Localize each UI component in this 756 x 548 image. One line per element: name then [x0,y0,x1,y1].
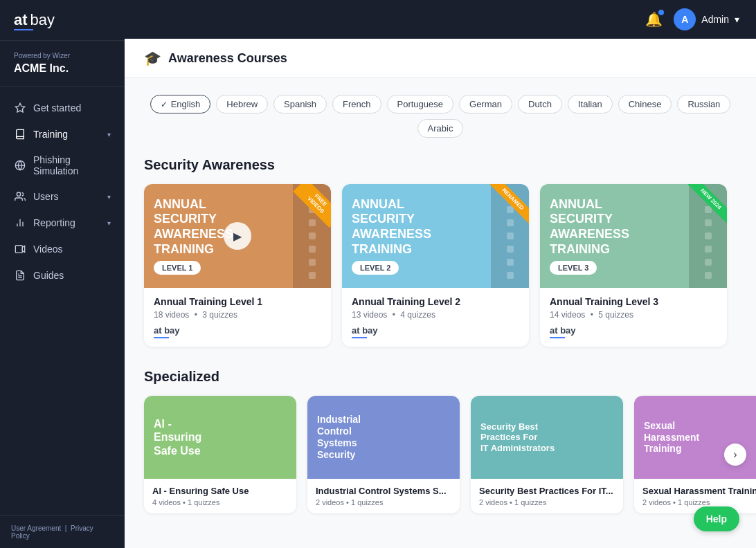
videos-count-level2: 13 videos [352,310,387,320]
lang-dutch[interactable]: Dutch [518,95,562,113]
course-name-level2: Annual Training Level 2 [352,296,519,307]
spec-meta-ics: 2 videos • 1 quizzes [316,498,451,506]
spec-card-ics[interactable]: IndustrialControlSystemsSecurity Industr… [307,396,460,513]
sidebar-item-phishing[interactable]: Phishing Simulation [0,147,125,183]
sidebar-item-users-label: Users [33,191,59,202]
course-name-level3: Annual Training Level 3 [550,296,717,307]
svg-marker-0 [15,103,24,112]
lang-hebrew[interactable]: Hebrew [216,95,268,113]
sidebar-item-videos[interactable]: Videos [0,236,125,262]
sidebar-item-training-label: Training [33,129,68,140]
lang-french-label: French [343,99,370,109]
sidebar-item-phishing-label: Phishing Simulation [33,154,111,176]
lang-arabic-label: Arabic [428,123,453,134]
spec-card-ai[interactable]: AI -EnsuringSafe Use AI - Ensuring Safe … [144,396,296,513]
course-card-level3[interactable]: AnnualSecurityAwarenessTraining LEVEL 3 … [540,184,727,347]
user-agreement-link[interactable]: User Agreement [11,524,61,532]
spec-title-ics: Industrial Control Systems S... [316,486,451,496]
course-level-badge-1: LEVEL 1 [154,261,201,275]
star-icon [14,102,26,114]
lang-dutch-label: Dutch [528,99,552,109]
content-area: ✓ English Hebrew Spanish French Portugue… [125,78,756,548]
spec-thumb-ai: AI -EnsuringSafe Use [144,396,296,479]
sidebar-logo: at bay [0,0,125,41]
course-title-level2: AnnualSecurityAwarenessTraining [352,197,431,257]
lang-arabic[interactable]: Arabic [417,119,464,138]
ics-videos: 2 videos [316,498,344,506]
course-level-badge-2: LEVEL 2 [352,261,399,275]
notification-bell[interactable]: 🔔 [645,11,663,28]
specialized-title: Specialized [144,369,737,385]
lang-chinese[interactable]: Chinese [618,95,672,113]
lang-hebrew-label: Hebrew [226,99,258,109]
lang-russian[interactable]: Russian [677,95,730,113]
chart-icon [14,217,26,229]
specialized-section: AI -EnsuringSafe Use AI - Ensuring Safe … [144,396,737,513]
sidebar-item-reporting[interactable]: Reporting ▾ [0,210,125,236]
user-menu[interactable]: A Admin ▾ [674,8,739,30]
harassment-quizzes: 1 quizzes [678,498,710,506]
atbay-logo-level2: at bay [352,325,519,338]
lang-spanish[interactable]: Spanish [273,95,327,113]
lang-german[interactable]: German [459,95,512,113]
spec-info-ics: Industrial Control Systems S... 2 videos… [307,479,460,513]
sidebar-item-training[interactable]: Training ▾ [0,121,125,147]
dot-sep-1: • [195,310,197,320]
lang-portuguese[interactable]: Portuguese [387,95,454,113]
quizzes-count-level2: 4 quizzes [400,310,435,320]
spec-meta-harassment: 2 videos • 1 quizzes [642,498,756,506]
secbp-quizzes: 1 quizzes [514,498,546,506]
guide-icon [14,269,26,282]
users-icon [14,190,26,203]
sidebar-item-get-started-label: Get started [33,102,81,113]
courses-icon: 🎓 [144,50,161,66]
security-awareness-title: Security Awareness [144,157,737,173]
lang-spanish-label: Spanish [284,99,316,109]
book-icon [14,128,26,140]
sidebar-footer: User Agreement | Privacy Policy [0,515,125,548]
spec-card-secbp[interactable]: Security BestPractices ForIT Administrat… [471,396,623,513]
spec-info-secbp: Security Best Practices For IT... 2 vide… [471,479,623,513]
sidebar-item-guides-label: Guides [33,270,64,281]
help-button[interactable]: Help [694,506,739,531]
language-filter: ✓ English Hebrew Spanish French Portugue… [144,95,737,138]
sidebar-item-get-started[interactable]: Get started [0,95,125,121]
course-card-level2[interactable]: AnnualSecurityAwarenessTraining LEVEL 2 … [342,184,529,347]
main-content: 🔔 A Admin ▾ 🎓 Awareness Courses ✓ Englis… [125,0,756,548]
play-button-level1[interactable]: ▶ [224,222,251,250]
free-videos-badge: FREEVIDEOS [281,184,331,234]
sidebar-item-reporting-label: Reporting [33,217,75,228]
svg-marker-8 [22,246,24,252]
spec-title-secbp: Security Best Practices For IT... [479,486,615,496]
lang-german-label: German [469,99,502,109]
course-meta-level3: 14 videos • 5 quizzes [550,310,717,320]
atbay-logo-level1: at bay [154,325,321,338]
lang-italian[interactable]: Italian [568,95,613,113]
user-menu-chevron: ▾ [735,14,739,25]
check-icon: ✓ [161,100,168,109]
powered-by-label: Powered by Wizer [14,52,111,60]
spec-info-harassment: Sexual Harassment Training 2 videos • 1 … [634,479,756,513]
logo-underline [14,29,33,30]
topbar: 🔔 A Admin ▾ [125,0,756,39]
svg-point-3 [17,192,20,196]
course-title-level3: AnnualSecurityAwarenessTraining [550,197,629,257]
dot-sep-2: • [393,310,395,320]
lang-english[interactable]: ✓ English [150,95,211,113]
renamed-badge: RENAMED [479,184,529,234]
video-icon [14,243,26,255]
quizzes-count-level1: 3 quizzes [202,310,237,320]
spec-thumb-harassment: SexualHarassmentTraining [634,396,756,479]
scroll-right-button[interactable]: › [724,444,746,466]
new2024-badge: NEW 2024 [677,184,727,234]
course-info-level3: Annual Training Level 3 14 videos • 5 qu… [540,288,727,347]
sidebar-item-videos-label: Videos [33,244,63,255]
sidebar-item-guides[interactable]: Guides [0,262,125,289]
users-chevron-icon: ▾ [107,193,111,201]
course-meta-level1: 18 videos • 3 quizzes [154,310,321,320]
lang-french[interactable]: French [332,95,381,113]
reporting-chevron-icon: ▾ [107,219,111,227]
atbay-logo-level3: at bay [550,325,717,338]
course-card-level1[interactable]: AnnualSecurityAwarenessTraining LEVEL 1 … [144,184,331,347]
sidebar-item-users[interactable]: Users ▾ [0,183,125,210]
